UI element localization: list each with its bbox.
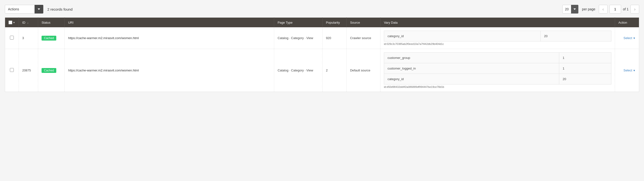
vary-data-value: 1 — [559, 63, 612, 74]
actions-arrow-button[interactable] — [34, 5, 43, 13]
th-status-label: Status — [42, 21, 50, 24]
row-uri: https://cache-warmer.m2.mirasvit.com/wom… — [64, 27, 274, 49]
row-checkbox-cell — [5, 49, 19, 92]
chevron-right-icon: › — [634, 7, 636, 12]
vary-data-row: customer_group1 — [384, 53, 612, 63]
row-popularity: 920 — [322, 27, 347, 49]
th-checkbox: ▼ — [5, 18, 19, 27]
next-page-button[interactable]: › — [630, 5, 639, 13]
table-row: 20875Cachedhttps://cache-warmer.m2.miras… — [5, 49, 639, 92]
th-pagetype: Page Type — [274, 18, 322, 27]
status-badge: Cached — [42, 68, 56, 73]
row-id: 20875 — [18, 49, 38, 92]
vary-data-table: customer_group1customer_logged_in1catego… — [384, 52, 612, 84]
vary-data-key: category_id — [384, 31, 540, 41]
select-all-checkbox[interactable] — [8, 20, 12, 24]
th-uri-label: URI — [68, 21, 74, 24]
vary-hash: id:d50d98432dd4f2a086889df994447be19ce78… — [384, 85, 612, 88]
table-row: 3Cachedhttps://cache-warmer.m2.mirasvit.… — [5, 27, 639, 49]
th-varydata-label: Vary Data — [384, 21, 398, 24]
actions-label: Actions — [5, 7, 34, 11]
table-header-row: ▼ ID ↓ Status URI Page Type Popularity S… — [5, 18, 639, 27]
th-action-label: Action — [618, 21, 627, 24]
vary-data-value: 1 — [559, 53, 612, 63]
vary-data-row: category_id20 — [384, 74, 612, 84]
row-checkbox-cell — [5, 27, 19, 49]
vary-data-value: 20 — [559, 74, 612, 84]
actions-dropdown[interactable]: Actions — [5, 5, 44, 13]
th-popularity-label: Popularity — [326, 21, 340, 24]
row-uri: https://cache-warmer.m2.mirasvit.com/wom… — [64, 49, 274, 92]
vary-hash: id:029c3c70385ab2f0eed10a7a7f442db29b404… — [384, 42, 612, 45]
vary-data-key: customer_logged_in — [384, 63, 559, 74]
row-status: Cached — [38, 27, 64, 49]
select-chevron-icon: ▼ — [633, 37, 636, 40]
th-source: Source — [347, 18, 380, 27]
per-page-chevron-icon — [574, 8, 576, 10]
th-status: Status — [38, 18, 64, 27]
select-button[interactable]: Select ▼ — [618, 69, 636, 72]
row-pagetype: Catalog · Category · View — [274, 49, 322, 92]
per-page-arrow-button[interactable] — [571, 5, 578, 13]
th-pagetype-label: Page Type — [278, 21, 292, 24]
vary-data-key: customer_group — [384, 53, 559, 63]
chevron-down-icon — [38, 8, 40, 10]
of-pages: of 1 — [623, 7, 628, 11]
row-popularity: 2 — [322, 49, 347, 92]
th-id: ID ↓ — [18, 18, 38, 27]
row-pagetype: Catalog · Category · View — [274, 27, 322, 49]
uri-link[interactable]: https://cache-warmer.m2.mirasvit.com/wom… — [68, 36, 139, 40]
th-action: Action — [615, 18, 639, 27]
records-count: 2 records found — [47, 7, 72, 11]
current-page-input[interactable] — [610, 5, 621, 13]
select-button[interactable]: Select ▼ — [618, 36, 636, 40]
row-id: 3 — [18, 27, 38, 49]
row-action-cell: Select ▼ — [615, 27, 639, 49]
th-source-label: Source — [350, 21, 360, 24]
vary-data-row: customer_logged_in1 — [384, 63, 612, 74]
status-badge: Cached — [42, 36, 56, 40]
row-checkbox[interactable] — [10, 36, 14, 40]
pagination: 20 per page ‹ of 1 › — [562, 5, 639, 13]
th-popularity: Popularity — [322, 18, 347, 27]
vary-data-row: category_id20 — [384, 31, 612, 41]
sort-id-icon[interactable]: ↓ — [27, 21, 29, 24]
vary-data-table: category_id20 — [384, 31, 612, 41]
toolbar: Actions 2 records found 20 per page ‹ of… — [5, 5, 639, 13]
checkbox-header-chevron-icon[interactable]: ▼ — [13, 21, 15, 24]
uri-link[interactable]: https://cache-warmer.m2.mirasvit.com/wom… — [68, 69, 139, 72]
vary-data-value: 20 — [540, 31, 612, 41]
per-page-select[interactable]: 20 — [562, 5, 579, 13]
th-uri: URI — [64, 18, 274, 27]
vary-data-key: category_id — [384, 74, 559, 84]
data-table: ▼ ID ↓ Status URI Page Type Popularity S… — [5, 17, 639, 92]
prev-page-button[interactable]: ‹ — [599, 5, 608, 13]
select-label: Select — [624, 69, 632, 72]
row-vary-data: customer_group1customer_logged_in1catego… — [380, 49, 615, 92]
th-varydata: Vary Data — [380, 18, 615, 27]
per-page-value: 20 — [562, 7, 571, 11]
row-source: Default source — [347, 49, 380, 92]
select-label: Select — [624, 36, 632, 40]
row-status: Cached — [38, 49, 64, 92]
row-source: Crawler source — [347, 27, 380, 49]
row-checkbox[interactable] — [10, 68, 14, 72]
select-chevron-icon: ▼ — [633, 69, 636, 72]
per-page-label: per page — [580, 7, 597, 11]
row-action-cell: Select ▼ — [615, 49, 639, 92]
th-id-label: ID — [22, 21, 25, 24]
row-vary-data: category_id20id:029c3c70385ab2f0eed10a7a… — [380, 27, 615, 49]
chevron-left-icon: ‹ — [602, 7, 604, 12]
